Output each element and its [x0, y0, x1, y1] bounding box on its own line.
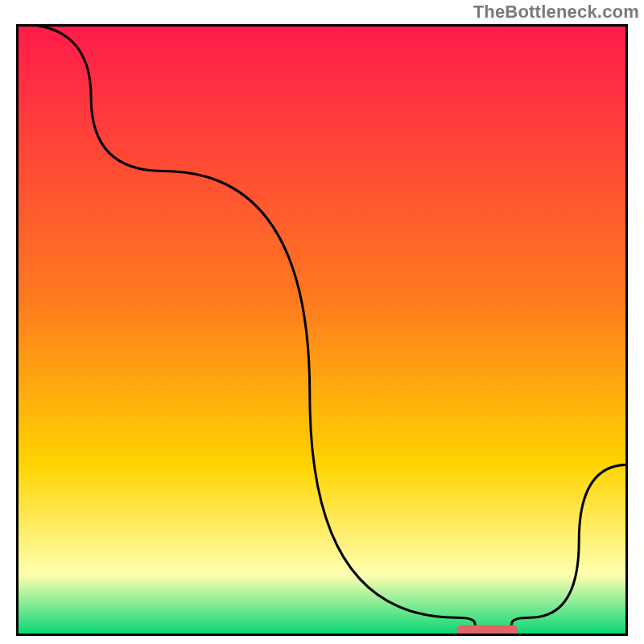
optimal-range-marker: [456, 625, 518, 634]
plot-svg: [16, 24, 628, 636]
chart-container: TheBottleneck.com: [0, 0, 644, 644]
attribution-label: TheBottleneck.com: [473, 2, 639, 23]
plot-frame: [16, 24, 628, 636]
gradient-background: [16, 24, 628, 636]
